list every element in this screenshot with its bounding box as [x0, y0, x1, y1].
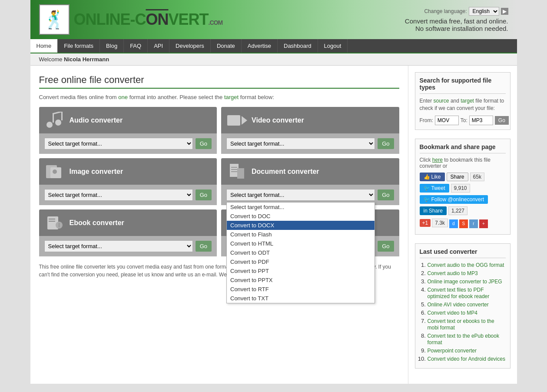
image-go-button[interactable]: Go [196, 189, 212, 200]
last-used-link-10[interactable]: Convert video for Android devices [428, 356, 505, 362]
svg-rect-14 [237, 168, 244, 179]
image-converter-card: Image converter Select target format... … [39, 158, 217, 205]
intro-text: Convert media files online from one form… [39, 94, 399, 100]
opt-select[interactable]: Select target format... [227, 203, 375, 212]
opt-odt[interactable]: Convert to ODT [227, 248, 375, 257]
last-used-link-4[interactable]: Convert text files to PDF optimized for … [428, 287, 490, 299]
last-used-link-6[interactable]: Convert video to MP4 [428, 310, 477, 316]
video-converter-card: Video converter Select target format... … [221, 107, 399, 154]
nav-advertise[interactable]: Advertise [242, 39, 278, 53]
svg-rect-3 [61, 112, 63, 120]
last-used-link-1[interactable]: Convert audio to the OGG format [428, 262, 504, 268]
opt-doc[interactable]: Convert to DOC [227, 212, 375, 221]
nav-dashboard[interactable]: Dashboard [278, 39, 318, 53]
last-used-link-3[interactable]: Online image converter to JPEG [428, 279, 502, 285]
svg-rect-16 [49, 219, 55, 219]
audio-converter-title: Audio converter [70, 116, 123, 124]
welcome-bar: Welcome Nicola Herrmann [30, 53, 517, 66]
nav-logout[interactable]: Logout [318, 39, 348, 53]
ebook-format-select[interactable]: Select target format... [44, 240, 193, 252]
fb-row: 👍 Like Share 65k [420, 173, 506, 181]
logo-box: 🕺 [39, 4, 70, 35]
language-select[interactable]: English [469, 7, 499, 16]
hash-go-button[interactable]: Go [378, 241, 394, 252]
audio-go-button[interactable]: Go [196, 138, 212, 149]
from-input[interactable] [435, 116, 459, 125]
bookmark-link[interactable]: here [432, 157, 443, 163]
opt-ppt[interactable]: Convert to PPT [227, 266, 375, 276]
gplus-row: +1 7.3k d S r + [420, 218, 506, 228]
logo-figure: 🕺 [43, 10, 65, 30]
last-used-link-5[interactable]: Online AVI video converter [428, 302, 489, 308]
tweet-count: 9,910 [451, 184, 470, 193]
opt-pdf[interactable]: Convert to PDF [227, 257, 375, 266]
document-go-button[interactable]: Go [378, 189, 394, 200]
opt-docx[interactable]: Convert to DOCX [227, 221, 375, 230]
twitter-icon: 🐦 [424, 185, 430, 191]
opt-txt[interactable]: Convert to TXT [227, 294, 375, 303]
nav-donate[interactable]: Donate [211, 39, 242, 53]
image-format-select[interactable]: Select target format... [44, 189, 193, 201]
video-format-select[interactable]: Select target format... [226, 138, 375, 149]
main-nav: Home File formats Blog FAQ API Developer… [30, 39, 517, 53]
opt-pptx[interactable]: Convert to PPTX [227, 276, 375, 285]
document-format-select[interactable]: Select target format... [226, 189, 375, 201]
lang-arrow[interactable]: ▶ [501, 8, 508, 15]
twitter-follow-icon: 🐦 [424, 196, 430, 203]
to-input[interactable] [469, 116, 493, 125]
audio-format-select[interactable]: Select target format... [44, 138, 193, 149]
username: Nicola Herrmann [64, 56, 109, 63]
fb-like-button[interactable]: 👍 Like [420, 173, 445, 181]
list-item: Convert video to MP4 [428, 309, 506, 316]
linkedin-share-button[interactable]: in Share [420, 206, 447, 215]
bookmark-section: Bookmark and share page Click here to bo… [415, 139, 511, 235]
reddit-icon[interactable]: r [469, 219, 478, 228]
last-used-link-7[interactable]: Convert text or ebooks to the mobi forma… [428, 318, 494, 331]
document-dropdown-open[interactable]: Select target format... Convert to DOC C… [226, 202, 375, 303]
last-used-link-9[interactable]: Powerpoint converter [428, 348, 477, 354]
fb-count: 65k [470, 173, 484, 181]
list-item: Powerpoint converter [428, 347, 506, 354]
nav-faq[interactable]: FAQ [124, 39, 148, 53]
follow-button[interactable]: 🐦 Follow @onlineconvert [420, 195, 488, 204]
tagline: Convert media free, fast and online. No … [405, 17, 508, 32]
list-item: Convert text files to PDF optimized for … [428, 286, 506, 299]
video-converter-title: Video converter [252, 116, 304, 124]
list-item: Convert video for Android devices [428, 355, 506, 362]
list-item: Convert text or ebooks to the mobi forma… [428, 318, 506, 331]
ebook-go-button[interactable]: Go [196, 241, 212, 252]
search-section: Search for supported file types Enter so… [415, 72, 511, 130]
nav-blog[interactable]: Blog [100, 39, 124, 53]
page-title: Free online file converter [39, 74, 399, 86]
gplus-button[interactable]: +1 [420, 219, 431, 227]
li-count: 1,227 [448, 206, 467, 215]
svg-point-9 [53, 169, 57, 174]
nav-developers[interactable]: Developers [169, 39, 211, 53]
header-right: Change language: English ▶ Convert media… [405, 7, 508, 32]
linkedin-icon: in [424, 208, 428, 214]
document-format-dropdown[interactable]: Select target format... Select target fo… [226, 189, 375, 201]
svg-point-1 [55, 120, 61, 126]
logo-text: ONLINE-CONVERT.COM [74, 10, 223, 29]
li-row: in Share 1,227 [420, 206, 506, 215]
search-go-button[interactable]: Go [495, 116, 509, 125]
more-icon[interactable]: + [479, 219, 488, 228]
last-used-link-8[interactable]: Convert text to the ePub ebook format [428, 333, 499, 345]
svg-line-4 [53, 112, 61, 114]
nav-home[interactable]: Home [30, 39, 58, 53]
list-item: Convert text to the ePub ebook format [428, 332, 506, 345]
opt-flash[interactable]: Convert to Flash [227, 230, 375, 239]
stumbleupon-icon[interactable]: S [459, 219, 468, 228]
opt-rtf[interactable]: Convert to RTF [227, 285, 375, 294]
video-icon [226, 110, 248, 130]
fb-share-button[interactable]: Share [447, 173, 468, 181]
video-go-button[interactable]: Go [378, 138, 394, 149]
tweet-button[interactable]: 🐦 Tweet [420, 184, 449, 193]
last-used-link-2[interactable]: Convert audio to MP3 [428, 270, 478, 276]
last-used-section: Last used converter Convert audio to the… [415, 243, 511, 369]
nav-api[interactable]: API [148, 39, 169, 53]
opt-html[interactable]: Convert to HTML [227, 239, 375, 248]
delicious-icon[interactable]: d [449, 219, 458, 228]
ebook-converter-card: Ebook converter Select target format... … [39, 209, 217, 256]
nav-file-formats[interactable]: File formats [58, 39, 100, 53]
